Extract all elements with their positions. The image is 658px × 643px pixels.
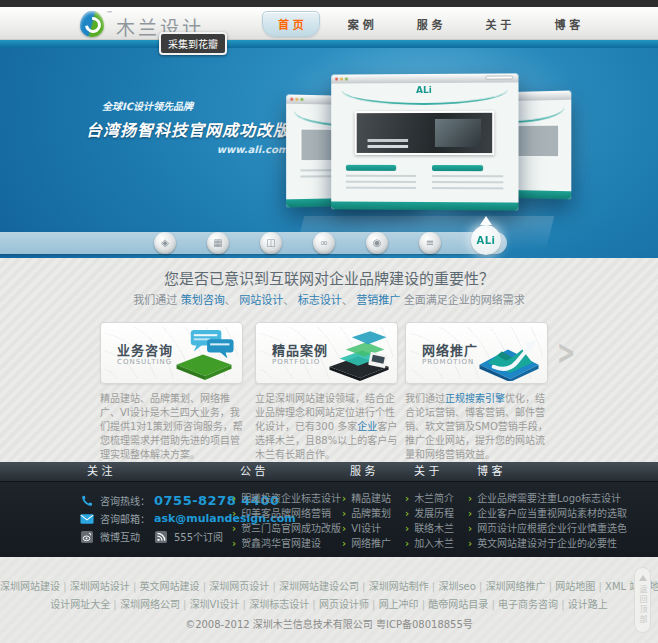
contact-phone-row: 咨询热线： 0755-8278 4400 xyxy=(80,494,238,507)
footer-link[interactable]: 英文网站建设对于企业的必要性 xyxy=(477,538,617,549)
inline-link[interactable]: 企业 xyxy=(357,421,377,432)
client-logo-icon: ◈ xyxy=(161,238,169,248)
footer-link[interactable]: 加入木兰 xyxy=(414,538,454,549)
client-logo-button[interactable]: ▦ xyxy=(207,232,229,254)
seo-link[interactable]: 网页设计师 xyxy=(319,599,379,610)
top-strip xyxy=(0,0,658,7)
seo-links-row-1: 深圳网站建设深圳网站设计英文网站建设深圳网页设计深圳网站建设公司深圳网站制作深圳… xyxy=(0,578,658,593)
browser-content: ALi xyxy=(331,82,518,210)
main-section: 您是否已意识到互联网对企业品牌建设的重要性？ 我们通过 策划咨询网站设计标志设计… xyxy=(0,258,658,462)
client-logo-ali-active[interactable]: ALi xyxy=(471,225,501,255)
service-card-promotion[interactable]: 网络推广 PROMOTION xyxy=(405,322,548,384)
seo-link[interactable]: 网上冲印 xyxy=(379,599,429,610)
seo-links-row-2: 设计网址大全深圳网络公司深圳VI设计深圳标志设计网页设计师网上冲印酷帝网站目录电… xyxy=(0,596,658,611)
seo-link[interactable]: 深圳网络推广 xyxy=(486,581,556,592)
footer-link[interactable]: 贺鑫鸿华官网建设 xyxy=(241,538,321,549)
site-header: ™ 木兰设计 首 页 案 例 服 务 关 于 博 客 xyxy=(0,7,658,40)
footer-link[interactable]: 网页设计应根据企业行业慎重选色 xyxy=(477,523,627,534)
huaban-collect-button[interactable]: 采集到花瓣 xyxy=(159,32,227,55)
nav-cases[interactable]: 案 例 xyxy=(333,12,389,36)
portfolio-illustration xyxy=(321,324,395,381)
seo-link[interactable]: 深圳VI设计 xyxy=(190,599,250,610)
footer-col-title-services: 服 务 xyxy=(350,462,376,482)
email-label: 咨询邮箱： xyxy=(100,511,150,526)
promotion-illustration xyxy=(471,324,545,381)
phone-icon xyxy=(80,495,94,507)
seo-link[interactable]: 深圳网站建设 xyxy=(0,581,70,592)
contact-social-row: 微博互动 555个订阅 xyxy=(80,530,238,543)
nav-services[interactable]: 服 务 xyxy=(402,12,458,36)
intro-service-link[interactable]: 网站设计 xyxy=(239,294,298,307)
client-logo-button[interactable]: ◉ xyxy=(366,232,388,254)
site-hero-image xyxy=(355,111,494,155)
client-logo-button[interactable]: ≡ xyxy=(419,232,441,254)
rss-icon[interactable] xyxy=(154,531,168,543)
client-logo-row: ◈ ▦ ◫ ∞ ◉ ≡ xyxy=(154,232,441,254)
site-panel-right xyxy=(431,165,503,197)
email-icon xyxy=(80,513,94,525)
intro-service-link[interactable]: 标志设计 xyxy=(298,294,357,307)
intro-service-link[interactable]: 营销推广 xyxy=(356,294,400,307)
client-logo-button[interactable]: ◫ xyxy=(260,232,282,254)
consulting-illustration xyxy=(166,324,240,381)
footer-about-item: 木兰简介 xyxy=(405,491,454,506)
window-buttons-icon xyxy=(290,98,293,101)
client-logo-icon: ∞ xyxy=(320,238,328,248)
service-card-consulting[interactable]: 业务咨询 CONSULTING xyxy=(100,322,243,384)
footer-link[interactable]: 明曦投资企业标志设计 xyxy=(241,493,341,504)
seo-link[interactable]: 深圳seo xyxy=(438,581,485,592)
seo-link[interactable]: 设计网址大全 xyxy=(50,599,120,610)
nav-blog[interactable]: 博 客 xyxy=(539,12,595,36)
footer-link[interactable]: 贺三门岛官网成功改版 xyxy=(241,523,341,534)
trademark-mark: ™ xyxy=(106,10,113,18)
weibo-icon[interactable] xyxy=(80,531,94,543)
card-title: 网络推广 xyxy=(422,340,478,359)
nav-about[interactable]: 关 于 xyxy=(471,12,527,36)
seo-link[interactable]: 深圳网站设计 xyxy=(70,581,140,592)
footer-link[interactable]: 网络推广 xyxy=(351,538,391,549)
service-desc-portfolio: 立足深圳网站建设领域，结合企业品牌理念和网站定位进行个性化设计，已有300 多家… xyxy=(255,392,403,462)
intro-service-link[interactable]: 策划咨询 xyxy=(181,294,240,307)
seo-link[interactable]: 酷帝网站目录 xyxy=(428,599,498,610)
seo-link[interactable]: 英文网站建设 xyxy=(139,581,209,592)
client-logo-icon: ▦ xyxy=(213,238,222,248)
seo-link[interactable]: 设计路上 xyxy=(568,599,608,610)
footer-link[interactable]: 发展历程 xyxy=(414,508,454,519)
footer-link[interactable]: 联络木兰 xyxy=(414,523,454,534)
footer-link[interactable]: 木兰简介 xyxy=(414,493,454,504)
seo-link[interactable]: 网站地图 xyxy=(555,581,605,592)
footer-blog-item: 网页设计应根据企业行业慎重选色 xyxy=(468,521,627,536)
contact-block: 咨询热线： 0755-8278 4400 咨询邮箱： ask@mulandesi… xyxy=(80,494,238,548)
site-panel-left xyxy=(346,165,417,197)
footer-link[interactable]: 品牌策划 xyxy=(351,508,391,519)
footer-announcement-item: 印美客品牌网络营销 xyxy=(232,506,341,521)
client-logo-button[interactable]: ◈ xyxy=(154,232,176,254)
rss-subscribers[interactable]: 555个订阅 xyxy=(174,529,223,544)
window-buttons-icon xyxy=(335,78,338,81)
intro-links: 策划咨询网站设计标志设计营销推广 xyxy=(181,294,401,307)
service-card-portfolio[interactable]: 精品案例 PORTFOLIO xyxy=(255,322,398,384)
footer-link[interactable]: 企业品牌需要注重Logo标志设计 xyxy=(477,493,621,504)
seo-link[interactable]: 深圳网站制作 xyxy=(369,581,439,592)
seo-link[interactable]: 深圳网络公司 xyxy=(120,599,190,610)
footer-blog-list: 企业品牌需要注重Logo标志设计企业客户应当重视网站素材的选取网页设计应根据企业… xyxy=(468,491,627,551)
footer-link[interactable]: 印美客品牌网络营销 xyxy=(241,508,331,519)
seo-link[interactable]: 电子商务咨询 xyxy=(498,599,568,610)
footer-link[interactable]: 精品建站 xyxy=(351,493,391,504)
client-logo-button[interactable]: ∞ xyxy=(313,232,335,254)
footer-link[interactable]: VI设计 xyxy=(351,523,381,534)
carousel-next-button[interactable]: > xyxy=(557,334,575,372)
footer-about-list: 木兰简介发展历程联络木兰加入木兰 xyxy=(405,491,454,551)
banner-text-block: 全球IC设计领先品牌 台湾扬智科技官网成功改版 www.ali.com.tw xyxy=(86,98,306,155)
nav-home[interactable]: 首 页 xyxy=(262,11,320,37)
footer-service-item: VI设计 xyxy=(342,521,391,536)
seo-link[interactable]: 深圳网站建设公司 xyxy=(279,581,369,592)
back-to-top-button[interactable]: 返回顶部 xyxy=(634,567,651,633)
seo-link[interactable]: 深圳标志设计 xyxy=(249,599,319,610)
phone-label: 咨询热线： xyxy=(100,493,150,508)
weibo-link[interactable]: 微博互动 xyxy=(100,529,140,544)
inline-link[interactable]: 正规搜索引擎 xyxy=(445,393,505,404)
footer-link[interactable]: 企业客户应当重视网站素材的选取 xyxy=(477,508,627,519)
seo-link[interactable]: 深圳网页设计 xyxy=(209,581,279,592)
footer-col-title-about: 关 于 xyxy=(414,462,440,482)
